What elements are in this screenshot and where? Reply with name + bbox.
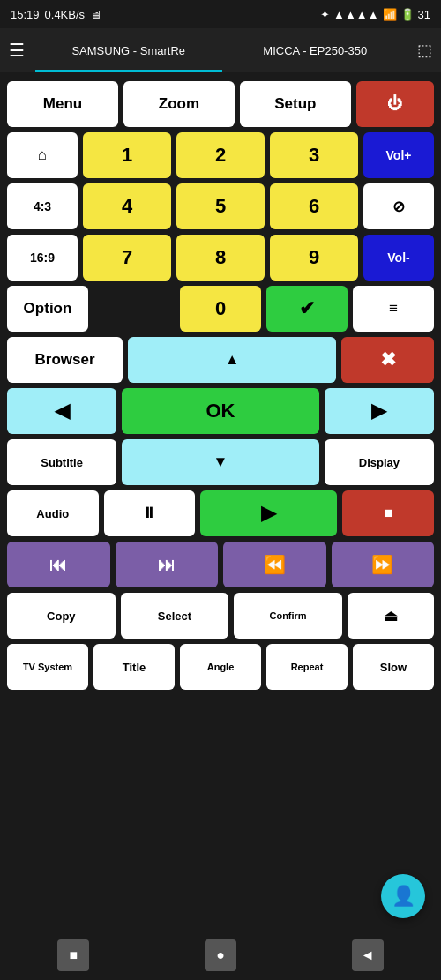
nav-bar: ☰ SAMSUNG - SmartRe MICCA - EP250-350 ⬚: [0, 28, 441, 74]
tvsystem-button[interactable]: TV System: [7, 644, 88, 690]
row-copy: Copy Select Confirm ⏏: [7, 593, 434, 639]
data-speed: 0.4KB/s: [45, 8, 86, 21]
slow-button[interactable]: Slow: [353, 644, 434, 690]
stop-icon: ■: [384, 505, 392, 522]
num-5-button[interactable]: 5: [176, 183, 265, 229]
subtitle-button[interactable]: Subtitle: [7, 439, 116, 485]
select-button[interactable]: Select: [121, 593, 229, 639]
check-button[interactable]: ✔: [266, 286, 348, 332]
display-button[interactable]: Display: [325, 439, 434, 485]
fastforward-icon: ⏩: [371, 554, 393, 575]
no-entry-icon: ⊘: [392, 198, 405, 216]
up-arrow-icon: ▲: [225, 351, 240, 369]
rewind-button[interactable]: ⏪: [223, 542, 326, 587]
bottom-nav-bar: ■ ● ◄: [0, 931, 441, 980]
row-subtitle: Subtitle ▼ Display: [7, 439, 434, 485]
row-num-2: 4:3 4 5 6 ⊘: [7, 183, 434, 229]
menu-button[interactable]: Menu: [7, 81, 118, 127]
title-button[interactable]: Title: [93, 644, 175, 690]
num-6-button[interactable]: 6: [270, 183, 358, 229]
cast-icon[interactable]: ⬚: [417, 41, 432, 60]
skip-next-button[interactable]: ⏭: [116, 542, 219, 587]
screen-icon: 🖥: [90, 8, 101, 21]
num-7-button[interactable]: 7: [83, 235, 171, 281]
confirm-button[interactable]: Confirm: [234, 593, 342, 639]
fab-button[interactable]: 👤: [381, 874, 425, 918]
bottom-home-button[interactable]: ●: [205, 939, 236, 971]
num-9-button[interactable]: 9: [270, 235, 358, 281]
stop-button[interactable]: ■: [342, 490, 434, 536]
battery-icon: 🔋: [400, 8, 415, 21]
skip-prev-button[interactable]: ⏮: [7, 542, 110, 587]
num-3-button[interactable]: 3: [270, 132, 358, 178]
square-icon: ■: [69, 947, 78, 963]
power-button[interactable]: ⏻: [356, 81, 434, 127]
row-num-3: 16:9 7 8 9 Vol-: [7, 235, 434, 281]
eject-button[interactable]: ⏏: [348, 593, 434, 639]
status-bar: 15:19 0.4KB/s 🖥 ✦ ▲▲▲▲ 📶 🔋 31: [0, 0, 441, 28]
cancel-button[interactable]: ⊘: [363, 183, 434, 229]
spacer: [93, 286, 175, 332]
circle-icon: ●: [216, 947, 225, 963]
eject-icon: ⏏: [384, 607, 398, 625]
home-icon: ⌂: [38, 146, 47, 164]
list-button[interactable]: ≡: [353, 286, 434, 332]
audio-button[interactable]: Audio: [7, 490, 99, 536]
left-arrow-icon: ◀: [55, 400, 70, 423]
close-button[interactable]: ✖: [341, 337, 434, 383]
vol-plus-button[interactable]: Vol+: [363, 132, 434, 178]
num-8-button[interactable]: 8: [176, 235, 265, 281]
play-button[interactable]: ▶: [200, 490, 337, 536]
down-button[interactable]: ▼: [122, 439, 319, 485]
power-icon: ⏻: [387, 95, 402, 113]
menu-hamburger[interactable]: ☰: [9, 40, 25, 61]
up-button[interactable]: ▲: [128, 337, 336, 383]
vol-minus-button[interactable]: Vol-: [363, 235, 434, 281]
browser-button[interactable]: Browser: [7, 337, 123, 383]
rewind-icon: ⏪: [264, 554, 286, 575]
row-extra: TV System Title Angle Repeat Slow: [7, 644, 434, 690]
option-button[interactable]: Option: [7, 286, 88, 332]
check-icon: ✔: [299, 297, 315, 320]
close-icon: ✖: [380, 348, 396, 371]
num-0-button[interactable]: 0: [180, 286, 261, 332]
num-2-button[interactable]: 2: [176, 132, 265, 178]
tab-samsung[interactable]: SAMSUNG - SmartRe: [35, 28, 222, 72]
nav-tabs: SAMSUNG - SmartRe MICCA - EP250-350: [35, 28, 408, 72]
person-icon: 👤: [392, 885, 415, 908]
time: 15:19: [11, 8, 40, 21]
bluetooth-icon: ✦: [320, 8, 330, 21]
down-arrow-icon: ▼: [213, 453, 228, 471]
signal-icon: ▲▲▲▲: [333, 8, 378, 21]
num-4-button[interactable]: 4: [83, 183, 171, 229]
row-num-4: Option 0 ✔ ≡: [7, 286, 434, 332]
row-playback: Audio ⏸ ▶ ■: [7, 490, 434, 536]
left-button[interactable]: ◀: [7, 388, 116, 434]
skip-prev-icon: ⏮: [49, 555, 67, 575]
home-button[interactable]: ⌂: [7, 132, 78, 178]
pause-icon: ⏸: [142, 505, 157, 522]
num-1-button[interactable]: 1: [83, 132, 171, 178]
bottom-back-button[interactable]: ◄: [352, 939, 384, 971]
list-icon: ≡: [389, 300, 398, 318]
status-right: ✦ ▲▲▲▲ 📶 🔋 31: [320, 8, 430, 21]
row-num-1: ⌂ 1 2 3 Vol+: [7, 132, 434, 178]
setup-button[interactable]: Setup: [240, 81, 351, 127]
ok-button[interactable]: OK: [122, 388, 319, 434]
status-left: 15:19 0.4KB/s 🖥: [11, 8, 101, 21]
bottom-square-button[interactable]: ■: [57, 939, 89, 971]
aspect169-button[interactable]: 16:9: [7, 235, 78, 281]
right-arrow-icon: ▶: [371, 400, 386, 423]
repeat-button[interactable]: Repeat: [266, 644, 348, 690]
tab-micca[interactable]: MICCA - EP250-350: [222, 28, 409, 72]
row-top: Menu Zoom Setup ⏻: [7, 81, 434, 127]
zoom-button[interactable]: Zoom: [123, 81, 235, 127]
battery-level: 31: [418, 8, 430, 21]
row-ok: ◀ OK ▶: [7, 388, 434, 434]
copy-button[interactable]: Copy: [7, 593, 116, 639]
angle-button[interactable]: Angle: [180, 644, 261, 690]
aspect43-button[interactable]: 4:3: [7, 183, 78, 229]
fastforward-button[interactable]: ⏩: [332, 542, 435, 587]
pause-button[interactable]: ⏸: [104, 490, 196, 536]
right-button[interactable]: ▶: [325, 388, 434, 434]
